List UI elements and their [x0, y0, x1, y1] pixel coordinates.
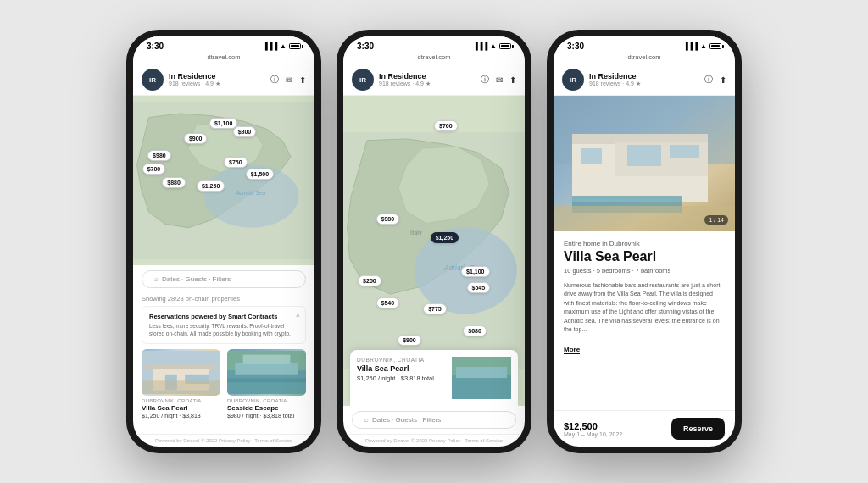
banner-close-btn[interactable]: × — [296, 311, 300, 319]
mail-icon-1[interactable]: ✉ — [286, 75, 292, 85]
search-bar-1[interactable]: ⌕ Dates · Guests · Filters — [142, 270, 306, 288]
search-text-1: Dates · Guests · Filters — [162, 275, 231, 283]
share-icon-3[interactable]: ⬆ — [720, 75, 726, 85]
status-bar-3: 3:30 ▐▐▐ ▲ — [554, 36, 735, 53]
detail-type: Entire home in Dubrovnik — [564, 240, 725, 247]
listing-1-price: $1,250 / night · $3,818 — [142, 413, 220, 419]
svg-text:Italy: Italy — [410, 229, 422, 236]
battery-icon-2 — [499, 43, 511, 49]
wifi-icon-2: ▲ — [490, 42, 497, 50]
header-text-3: In Residence 918 reviews · 4.9 ★ — [589, 72, 704, 87]
svg-rect-5 — [146, 365, 217, 369]
house-img-1 — [142, 349, 220, 396]
listing-1-location: DUBROVNIK, CROATIA — [142, 398, 220, 403]
detail-content: Entire home in Dubrovnik Villa Sea Pearl… — [554, 231, 735, 410]
map-area-2: Adriatic Sea Italy $760 $980 $1,250 $1,1… — [343, 96, 525, 406]
listing-2-name: Seaside Escape — [227, 404, 306, 412]
listings-row: DUBROVNIK, CROATIA Villa Sea Pearl $1,25… — [133, 349, 314, 419]
p2-price-980[interactable]: $980 — [376, 214, 400, 225]
signal-icon-3: ▐▐▐ — [683, 42, 698, 50]
info-icon-1[interactable]: ⓘ — [270, 74, 279, 86]
battery-icon-3 — [709, 43, 721, 49]
header-1: IR In Residence 918 reviews · 4.9 ★ ⓘ ✉ … — [133, 64, 314, 96]
brand-name-2: In Residence — [379, 72, 481, 80]
mail-icon-2[interactable]: ✉ — [496, 75, 503, 85]
price-750[interactable]: $750 — [224, 157, 248, 168]
svg-rect-31 — [576, 199, 678, 202]
status-bar-1: 3:30 ▐▐▐ ▲ — [133, 36, 314, 53]
smart-contract-banner: Reservations powered by Smart Contracts … — [142, 306, 306, 344]
search-text-2: Dates · Guests · Filters — [372, 416, 441, 424]
header-text-2: In Residence 918 reviews · 4.9 ★ — [379, 72, 481, 87]
header-2: IR In Residence 918 reviews · 4.9 ★ ⓘ ✉ … — [343, 64, 525, 96]
booking-price: $12,500 — [564, 421, 622, 431]
p2-price-1100[interactable]: $1,100 — [461, 266, 489, 277]
price-1100[interactable]: $1,100 — [209, 118, 237, 129]
price-980[interactable]: $980 — [147, 150, 171, 161]
listing-2-location: DUBROVNIK, CROATIA — [227, 398, 306, 403]
booking-dates: May 1 – May 10, 2022 — [564, 431, 622, 437]
brand-reviews-1: 918 reviews · 4.9 ★ — [169, 80, 270, 87]
detail-name: Villa Sea Pearl — [564, 249, 725, 264]
status-icons-2: ▐▐▐ ▲ — [473, 42, 511, 50]
listing-img-1 — [142, 349, 220, 396]
property-hero: 1 / 14 — [554, 96, 735, 231]
p2-price-250[interactable]: $250 — [358, 275, 381, 286]
popup-img — [452, 357, 511, 399]
info-icon-3[interactable]: ⓘ — [704, 74, 713, 86]
share-icon-2[interactable]: ⬆ — [509, 75, 516, 85]
svg-rect-26 — [581, 148, 602, 164]
svg-rect-12 — [243, 355, 291, 364]
svg-rect-19 — [452, 375, 511, 399]
p2-price-540[interactable]: $540 — [376, 297, 400, 308]
brand-reviews-2: 918 reviews · 4.9 ★ — [379, 80, 481, 87]
price-700[interactable]: $700 — [142, 164, 166, 175]
header-icons-3: ⓘ ⬆ — [704, 74, 726, 86]
reserve-button[interactable]: Reserve — [671, 418, 725, 440]
price-1500[interactable]: $1,500 — [246, 169, 274, 180]
share-icon-1[interactable]: ⬆ — [299, 75, 306, 85]
status-bar-2: 3:30 ▐▐▐ ▲ — [343, 36, 525, 53]
status-icons-1: ▐▐▐ ▲ — [263, 42, 301, 50]
header-icons-2: ⓘ ✉ ⬆ — [481, 74, 516, 86]
price-880[interactable]: $880 — [162, 177, 186, 188]
avatar-3: IR — [562, 69, 584, 91]
detail-description: Numerous fashionable bars and restaurant… — [564, 281, 725, 335]
avatar-1: IR — [142, 69, 164, 91]
p2-price-1250[interactable]: $1,250 — [431, 232, 459, 243]
listing-1-name: Villa Sea Pearl — [142, 404, 220, 412]
time-3: 3:30 — [567, 42, 584, 51]
price-800[interactable]: $800 — [233, 126, 257, 137]
brand-name-3: In Residence — [589, 72, 704, 80]
status-icons-3: ▐▐▐ ▲ — [683, 42, 721, 50]
signal-icon: ▐▐▐ — [263, 42, 277, 50]
photo-counter: 1 / 14 — [704, 215, 728, 225]
price-1250[interactable]: $1,250 — [197, 180, 225, 192]
url-bar-1: dtravel.com — [133, 53, 314, 64]
search-bar-2[interactable]: ⌕ Dates · Guests · Filters — [352, 411, 516, 429]
p2-price-775[interactable]: $775 — [423, 303, 447, 314]
header-text-1: In Residence 918 reviews · 4.9 ★ — [169, 72, 270, 87]
p2-price-545[interactable]: $545 — [467, 282, 491, 293]
popup-card[interactable]: DUBROVNIK, CROATIA Villa Sea Pearl $1,25… — [350, 350, 518, 406]
map-area-1: Adriatic Sea $900 $1,100 $800 $980 $700 … — [133, 96, 314, 265]
p2-price-680[interactable]: $680 — [463, 325, 487, 336]
phone-1: 3:30 ▐▐▐ ▲ dtravel.com IR In Residence 9… — [126, 30, 321, 453]
info-icon-2[interactable]: ⓘ — [481, 74, 489, 86]
price-900[interactable]: $900 — [184, 133, 208, 144]
svg-rect-13 — [227, 379, 306, 383]
header-icons-1: ⓘ ✉ ⬆ — [270, 74, 306, 86]
url-bar-3: dtravel.com — [554, 53, 735, 64]
p2-price-900[interactable]: $900 — [398, 335, 421, 346]
detail-guests: 10 guests · 5 bedrooms · 7 bathrooms — [564, 267, 725, 275]
booking-bar: $12,500 May 1 – May 10, 2022 Reserve — [554, 410, 735, 447]
listing-img-2 — [227, 349, 306, 396]
url-bar-2: dtravel.com — [343, 53, 525, 64]
listing-card-2[interactable]: DUBROVNIK, CROATIA Seaside Escape $980 /… — [227, 349, 306, 419]
more-link[interactable]: More — [564, 346, 580, 354]
listing-card-1[interactable]: DUBROVNIK, CROATIA Villa Sea Pearl $1,25… — [142, 349, 220, 419]
p2-price-760[interactable]: $760 — [434, 120, 458, 131]
listing-2-price: $980 / night · $3,818 total — [227, 413, 306, 419]
time-1: 3:30 — [147, 42, 164, 51]
svg-rect-11 — [235, 363, 298, 375]
